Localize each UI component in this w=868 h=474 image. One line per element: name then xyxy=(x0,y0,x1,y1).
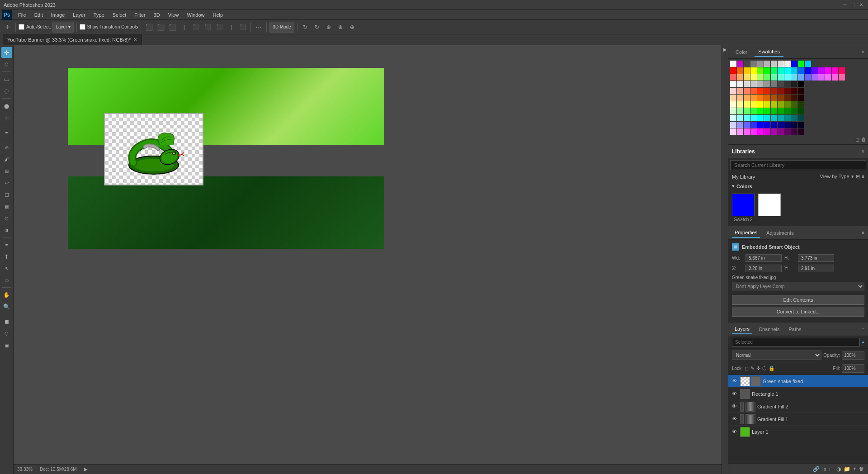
zoom-tool[interactable]: 🔍 xyxy=(1,301,12,312)
sgr-11[interactable] xyxy=(798,108,804,114)
move-tool[interactable]: ✛ xyxy=(1,47,12,58)
layer-effects-btn[interactable]: fx xyxy=(822,466,826,472)
sy-7[interactable] xyxy=(771,101,777,108)
sc2-6[interactable] xyxy=(764,115,770,121)
sy-11[interactable] xyxy=(798,101,804,108)
sc2-7[interactable] xyxy=(771,115,777,121)
menu-layer[interactable]: Layer xyxy=(69,11,89,19)
layer-vis-layer1[interactable]: 👁 xyxy=(732,429,738,435)
sy-4[interactable] xyxy=(750,101,757,108)
sgr-2[interactable] xyxy=(737,108,743,114)
layer-item-green-snake[interactable]: 👁 Green snake fixed xyxy=(728,375,868,388)
distribute-icon[interactable]: ⬛ xyxy=(238,22,248,32)
sb2-3[interactable] xyxy=(744,122,750,128)
so-6[interactable] xyxy=(764,95,770,101)
sc-r12[interactable] xyxy=(805,67,811,74)
sm-9[interactable] xyxy=(784,128,791,135)
layer-comp-select[interactable]: Don't Apply Layer Comp xyxy=(732,282,864,291)
quick-mask-tool[interactable]: ⬡ xyxy=(1,328,12,339)
align-left-icon[interactable]: ⬛ xyxy=(144,22,154,32)
layer-vis-grad1[interactable]: 👁 xyxy=(732,416,738,422)
sc-r1[interactable] xyxy=(730,67,736,74)
lib-collapse-icon[interactable]: ▾ xyxy=(732,183,735,189)
layer-vis-grad2[interactable]: 👁 xyxy=(732,403,738,410)
menu-window[interactable]: Window xyxy=(183,11,208,19)
align-center-h-icon[interactable]: ⬛ xyxy=(156,22,165,32)
sg-9[interactable] xyxy=(784,81,791,87)
swatch-gray4[interactable] xyxy=(771,61,777,67)
brush-tool[interactable]: 🖌 xyxy=(1,154,12,165)
sp-r12[interactable] xyxy=(805,74,811,81)
sc-r3[interactable] xyxy=(744,67,750,74)
sb2-1[interactable] xyxy=(730,122,736,128)
sgr-9[interactable] xyxy=(784,108,791,114)
hand-tool[interactable]: ✋ xyxy=(1,289,12,300)
sc2-2[interactable] xyxy=(737,115,743,121)
menu-image[interactable]: Image xyxy=(47,11,69,19)
menu-3d[interactable]: 3D xyxy=(150,11,164,19)
so-10[interactable] xyxy=(791,95,797,101)
sp-r2[interactable] xyxy=(737,74,743,81)
sc-r16[interactable] xyxy=(832,67,838,74)
library-color-item-white[interactable] xyxy=(758,194,781,222)
swatch-gray6[interactable] xyxy=(784,61,791,67)
sc-r9[interactable] xyxy=(784,67,791,74)
sy-8[interactable] xyxy=(778,101,784,108)
properties-expand[interactable]: ≡ xyxy=(862,230,864,235)
show-transform-checkbox[interactable] xyxy=(80,24,85,30)
channels-tab[interactable]: Channels xyxy=(756,325,782,334)
sg-5[interactable] xyxy=(757,81,764,87)
add-mask-btn[interactable]: ◻ xyxy=(829,466,834,472)
fill-input[interactable] xyxy=(842,364,864,373)
sc-r15[interactable] xyxy=(825,67,831,74)
sr-8[interactable] xyxy=(778,88,784,94)
sm-7[interactable] xyxy=(771,128,777,135)
sp-r14[interactable] xyxy=(818,74,825,81)
pen-tool[interactable]: ✒ xyxy=(1,239,12,250)
white-swatch-color[interactable] xyxy=(758,194,781,216)
arrange-icon[interactable]: ↻ xyxy=(300,22,310,32)
swatches-tab[interactable]: Swatches xyxy=(755,47,783,57)
3d-mode-btn[interactable]: 3D Mode xyxy=(269,22,294,33)
swatch-gray3[interactable] xyxy=(764,61,770,67)
new-group-btn[interactable]: 📁 xyxy=(844,466,850,472)
so-7[interactable] xyxy=(771,95,777,101)
so-2[interactable] xyxy=(737,95,743,101)
minimize-button[interactable]: ─ xyxy=(842,2,848,8)
menu-type[interactable]: Type xyxy=(90,11,108,19)
sp-r6[interactable] xyxy=(764,74,770,81)
library-color-item-swatch2[interactable]: Swatch 2 xyxy=(732,194,755,222)
swatch-magenta[interactable] xyxy=(737,61,743,67)
sr-10[interactable] xyxy=(791,88,797,94)
sr-9[interactable] xyxy=(784,88,791,94)
swatch2-color[interactable] xyxy=(732,194,755,216)
sg-6[interactable] xyxy=(764,81,770,87)
sb2-9[interactable] xyxy=(784,122,791,128)
sg-3[interactable] xyxy=(744,81,750,87)
clone-tool[interactable]: ⊞ xyxy=(1,166,12,176)
sgr-6[interactable] xyxy=(764,108,770,114)
sc-r11[interactable] xyxy=(798,67,804,74)
new-swatch-btn[interactable]: ◻ xyxy=(855,137,859,142)
new-layer-btn[interactable]: + xyxy=(853,466,856,472)
blend-mode-select[interactable]: Normal xyxy=(732,351,821,360)
eyedropper-tool[interactable]: ✒ xyxy=(1,127,12,138)
layers-expand[interactable]: ≡ xyxy=(862,327,864,332)
sp-r5[interactable] xyxy=(757,74,764,81)
sp-r13[interactable] xyxy=(811,74,818,81)
snap-icon[interactable]: ⊕ xyxy=(324,22,334,32)
lock-all-icon[interactable]: 🔒 xyxy=(769,365,775,371)
sr-1[interactable] xyxy=(730,88,736,94)
lib-chevron[interactable]: ▾ xyxy=(851,174,854,180)
layer-vis-rect[interactable]: 👁 xyxy=(732,391,738,397)
dodge-tool[interactable]: ◑ xyxy=(1,224,12,235)
sy-10[interactable] xyxy=(791,101,797,108)
screen-mode-tool[interactable]: ▣ xyxy=(1,340,12,351)
sgr-10[interactable] xyxy=(791,108,797,114)
sp-r3[interactable] xyxy=(744,74,750,81)
panels-collapse-btn[interactable]: ▶ xyxy=(722,45,728,474)
menu-select[interactable]: Select xyxy=(109,11,130,19)
sb2-2[interactable] xyxy=(737,122,743,128)
sb2-11[interactable] xyxy=(798,122,804,128)
link-layers-btn[interactable]: 🔗 xyxy=(813,466,820,472)
